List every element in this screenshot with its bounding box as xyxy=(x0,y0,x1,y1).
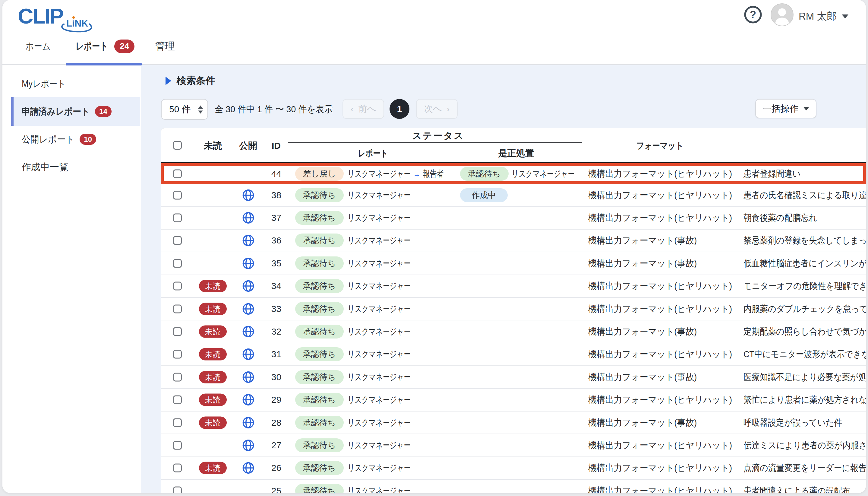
public-globe-icon xyxy=(242,326,255,338)
sidebar: Myレポート 申請済みレポート 14 公開レポート 10 作成中一覧 xyxy=(2,65,141,493)
report-title: 医療知識不足により必要な薬が処方されなかった xyxy=(743,371,866,383)
table-row[interactable]: 未読 28 承認待ち リスクマネージャー 機構出力フォーマット(事故) 呼吸器設… xyxy=(161,412,866,434)
table-row[interactable]: 35 承認待ち リスクマネージャー 機構出力フォーマット(事故) 低血糖性脳症患… xyxy=(161,252,866,275)
report-id: 44 xyxy=(268,169,285,179)
row-checkbox[interactable] xyxy=(173,350,182,359)
row-checkbox[interactable] xyxy=(173,259,182,268)
corrective-status-badge: 作成中 xyxy=(460,188,508,202)
tab-admin-label: 管理 xyxy=(155,40,175,53)
tab-reports[interactable]: レポート 24 xyxy=(76,38,134,54)
report-id: 28 xyxy=(268,418,285,428)
table-row[interactable]: 未読 34 承認待ち リスクマネージャー 機構出力フォーマット(ヒヤリハット) … xyxy=(161,275,866,298)
row-checkbox[interactable] xyxy=(173,464,182,472)
report-title: 伝達ミスにより患者の薬が内服されなかった xyxy=(743,439,866,451)
user-menu[interactable]: RM 太郎 xyxy=(799,10,848,23)
row-check-cell xyxy=(173,169,182,178)
report-status-actor: リスクマネージャー xyxy=(348,371,411,383)
row-checkbox[interactable] xyxy=(173,396,182,404)
row-checkbox[interactable] xyxy=(173,418,182,427)
table-row[interactable]: 36 承認待ち リスクマネージャー 機構出力フォーマット(事故) 禁忌薬剤の登録… xyxy=(161,230,866,252)
table-row[interactable]: 未読 32 承認待ち リスクマネージャー 機構出力フォーマット(事故) 定期配薬… xyxy=(161,321,866,343)
report-id: 26 xyxy=(268,463,285,473)
sidebar-item-public-reports[interactable]: 公開レポート 10 xyxy=(2,125,141,154)
public-globe-icon xyxy=(242,257,255,269)
search-conditions-toggle[interactable]: 検索条件 xyxy=(165,74,215,88)
row-check-cell xyxy=(173,305,182,313)
report-status-actor: リスクマネージャー xyxy=(348,394,411,406)
report-title: モニターオフの危険性を理解できていなかった xyxy=(743,280,866,292)
row-checkbox[interactable] xyxy=(173,169,182,178)
report-format: 機構出力フォーマット(事故) xyxy=(588,371,697,383)
public-globe-icon xyxy=(242,416,255,429)
public-globe-icon xyxy=(242,348,255,360)
report-title: 朝食後薬の配膳忘れ xyxy=(743,212,817,224)
bulk-action-button[interactable]: 一括操作 xyxy=(755,99,817,118)
table-row[interactable]: 37 承認待ち リスクマネージャー 機構出力フォーマット(ヒヤリハット) 朝食後… xyxy=(161,207,866,229)
report-status-cell: 承認待ち xyxy=(295,188,344,202)
avatar-person-icon xyxy=(771,4,793,26)
report-status-cell: 承認待ち xyxy=(295,484,344,493)
table-row[interactable]: 未読 33 承認待ち リスクマネージャー 機構出力フォーマット(ヒヤリハット) … xyxy=(161,298,866,321)
report-status-actor: リスクマネージャー xyxy=(348,280,411,292)
prev-page-button[interactable]: ‹ 前へ xyxy=(342,99,384,119)
logo-text-link: LiNK xyxy=(66,18,88,29)
tab-home[interactable]: ホーム xyxy=(26,38,56,54)
table-row[interactable]: 25 承認待ち リスクマネージャー 機構出力フォーマット(ヒヤリハット) 患者間… xyxy=(161,480,866,493)
unread-badge: 未読 xyxy=(199,303,227,315)
row-check-cell xyxy=(173,214,182,222)
range-summary: 全 30 件中 1 件 〜 30 件を表示 xyxy=(215,103,333,115)
table-row[interactable]: 38 承認待ち リスクマネージャー 作成中 機構出力フォーマット(ヒヤリハット)… xyxy=(161,184,866,207)
next-page-button[interactable]: 次へ › xyxy=(416,99,458,119)
report-id: 37 xyxy=(268,213,285,223)
sidebar-item-submitted-reports[interactable]: 申請済みレポート 14 xyxy=(11,97,140,126)
report-status-badge: 承認待ち xyxy=(295,257,344,270)
row-checkbox[interactable] xyxy=(173,441,182,450)
table-row[interactable]: 未読 30 承認待ち リスクマネージャー 機構出力フォーマット(事故) 医療知識… xyxy=(161,366,866,389)
tab-admin[interactable]: 管理 xyxy=(155,38,175,54)
report-status-badge: 承認待ち xyxy=(295,347,344,361)
row-checkbox[interactable] xyxy=(173,191,182,199)
logo-text-clip: CLIP xyxy=(18,4,63,28)
row-checkbox[interactable] xyxy=(173,327,182,336)
row-checkbox[interactable] xyxy=(173,282,182,291)
page-size-select[interactable]: 50 件 xyxy=(161,99,208,120)
col-header-corrective: 是正処置 xyxy=(498,147,534,159)
toolbar: 50 件 全 30 件中 1 件 〜 30 件を表示 ‹ 前へ 1 次へ › 一… xyxy=(141,99,866,120)
table-row[interactable]: 27 承認待ち リスクマネージャー 機構出力フォーマット(ヒヤリハット) 伝達ミ… xyxy=(161,434,866,457)
table-row[interactable]: 未読 31 承認待ち リスクマネージャー 機構出力フォーマット(ヒヤリハット) … xyxy=(161,343,866,366)
sidebar-item-drafts[interactable]: 作成中一覧 xyxy=(2,153,141,181)
corrective-status-cell: 作成中 xyxy=(460,188,508,202)
col-header-id: ID xyxy=(272,140,281,152)
row-check-cell xyxy=(173,259,182,268)
tab-reports-badge: 24 xyxy=(114,40,134,53)
prev-page-label: 前へ xyxy=(358,103,376,115)
report-status-cell: 承認待ち xyxy=(295,461,344,475)
table-row[interactable]: 未読 29 承認待ち リスクマネージャー 機構出力フォーマット(ヒヤリハット) … xyxy=(161,389,866,412)
table-row[interactable]: 44 差し戻し リスクマネージャー→報告者 承認待ち リスクマネージャー 機構出… xyxy=(161,163,866,184)
report-id: 27 xyxy=(268,440,285,450)
report-title: 定期配薬の照らし合わせで気づかなかった xyxy=(743,326,866,338)
row-checkbox[interactable] xyxy=(173,236,182,245)
avatar[interactable] xyxy=(771,3,793,26)
report-status-actor: リスクマネージャー→報告者 xyxy=(348,168,444,180)
public-globe-icon xyxy=(242,439,255,451)
report-status-actor: リスクマネージャー xyxy=(348,462,411,474)
main-content: 検索条件 50 件 全 30 件中 1 件 〜 30 件を表示 ‹ 前へ 1 次… xyxy=(141,65,866,493)
table-row[interactable]: 未読 26 承認待ち リスクマネージャー 機構出力フォーマット(ヒヤリハット) … xyxy=(161,457,866,480)
row-checkbox[interactable] xyxy=(173,214,182,222)
bulk-caret-icon xyxy=(803,107,809,110)
select-all-checkbox[interactable] xyxy=(173,141,182,150)
row-checkbox[interactable] xyxy=(173,305,182,313)
report-status-badge: 承認待ち xyxy=(295,325,344,339)
row-checkbox[interactable] xyxy=(173,486,182,493)
current-page-button[interactable]: 1 xyxy=(389,99,409,119)
public-globe-icon xyxy=(242,394,255,406)
report-status-cell: 承認待ち xyxy=(295,279,344,293)
report-status-actor: リスクマネージャー xyxy=(348,234,411,247)
bulk-action-label: 一括操作 xyxy=(762,103,799,115)
row-checkbox[interactable] xyxy=(173,373,182,381)
sidebar-item-my-reports[interactable]: Myレポート xyxy=(2,69,141,98)
public-globe-icon xyxy=(242,280,255,292)
help-icon[interactable]: ? xyxy=(743,4,763,25)
app-header: CLIP LiNK ホーム レポート 24 管理 ? RM 太郎 xyxy=(2,0,866,65)
